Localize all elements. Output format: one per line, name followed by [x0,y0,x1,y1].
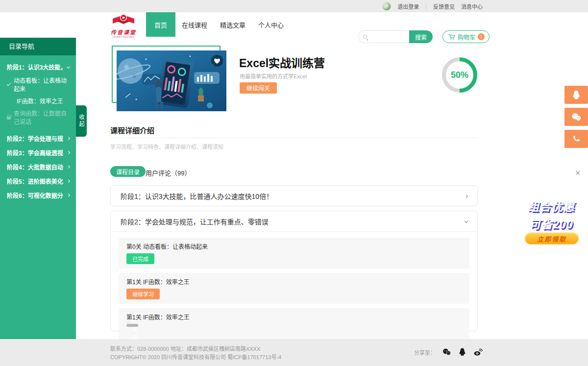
user-avatar[interactable] [382,2,391,11]
logout-link[interactable]: 退出登录 [397,2,419,10]
stage-2-accordion-header[interactable]: 阶段2：学会处理与规范，让工作有重点、零错误 [111,211,477,232]
sidebar-stage-list: 阶段1：认识3大技能，比普通人... 动态看板：让表格动起来 IF函数：效率之王… [0,55,76,202]
progress-ring: 50% [440,55,479,95]
nav-item-profile[interactable]: 个人中心 [252,12,290,37]
float-wechat-button[interactable] [564,108,588,126]
message-center-link[interactable]: 消息中心 [461,2,483,10]
status-badge-completed: 已完成 [126,253,154,264]
footer-info: 联系方式：028-0000000 地址：成都市武侯区槐树店南路XXXX COPY… [110,345,281,362]
promo-close-icon[interactable]: × [575,169,581,177]
float-phone-button[interactable] [564,130,588,148]
sidebar-stage-1[interactable]: 阶段1：认识3大技能，比普通人... [0,60,76,74]
qq-icon [571,90,582,100]
promo-claim-button[interactable]: 立即领取 [524,232,579,245]
sidebar-collapse-tab[interactable]: 收起 [76,105,87,137]
chevron-right-icon [465,194,468,197]
progress-percentage: 50% [440,55,479,95]
share-row: 分享至： [414,347,483,357]
course-illustration [117,50,226,111]
sidebar-lesson-if[interactable]: IF函数：效率之王 [0,95,76,107]
search-bar: 搜索 [358,30,433,43]
search-button[interactable]: 搜索 [409,30,433,43]
tab-course-catalog[interactable]: 课程目录 [110,166,146,177]
share-qq-icon[interactable] [458,347,467,357]
wechat-icon [570,112,582,122]
stage-1-accordion-header[interactable]: 阶段1：认识3大技能，比普通人办公速度快10倍！ [111,186,477,206]
top-strip-links: 退出登录 | 反馈意见 消息中心 [382,0,483,12]
lock-icon [7,117,11,120]
chevron-right-icon [67,151,70,154]
logo-caption: CHUANYINKETANG [106,36,141,38]
promo-line-1: 组合优惠 [528,197,575,214]
spacer [0,127,76,131]
sidebar-stage-3[interactable]: 阶段3：学会高级透视，拥有同时... [0,146,76,160]
main-navbar: 传音课堂 CHUANYINKETANG 首页 在线课程 精选文章 个人中心 搜索… [0,12,588,37]
chevron-right-icon [67,179,70,183]
sidebar-lesson-lookup[interactable]: 查询函数：让数据自己说话 [0,107,76,127]
stage-1-accordion: 阶段1：认识3大技能，比普通人办公速度快10倍！ [110,185,478,206]
sidebar-stage-2[interactable]: 阶段2：学会处理与规范，让工作... [0,131,76,146]
continue-challenge-button[interactable]: 继续闯关 [240,82,277,94]
nav-item-articles[interactable]: 精选文章 [214,12,252,37]
main-menu: 首页 在线课程 精选文章 个人中心 [146,12,290,37]
cart-count-badge: 1 [478,33,485,40]
page-footer: 联系方式：028-0000000 地址：成都市武侯区槐树店南路XXXX COPY… [0,339,588,366]
sidebar-stage-4[interactable]: 阶段4：大批数据自动统计分析，... [0,160,76,174]
footer-copyright: COPYRIGHT© 2020 四川传音课堂科技有限公司 蜀ICP备170177… [110,353,281,362]
chevron-right-icon [67,194,70,197]
status-badge-continue[interactable]: 继续学习 [126,289,160,299]
sidebar-stage-5[interactable]: 阶段5：进阶图表美化，让汇报一... [0,174,76,188]
sidebar-title: 目录导航 [0,38,76,55]
feedback-link[interactable]: 反馈意见 [433,2,455,10]
sidebar-stage-6[interactable]: 阶段6：可视化数据分析，帮老板... [0,188,76,202]
divider: | [425,3,427,9]
float-qq-button[interactable] [564,86,588,104]
course-cover-image[interactable] [117,50,226,111]
search-icon [363,35,367,39]
check-icon [7,81,11,85]
detail-summary-text: 学习流程、学习特色、课程详细介绍、课程须知 [110,143,223,150]
lesson-row-1[interactable]: 第1关 IF函数：效率之王 继续学习 [119,273,469,304]
chevron-down-icon [465,220,468,223]
tab-user-comments[interactable]: 用户评论（99） [146,168,191,177]
nav-item-courses[interactable]: 在线课程 [175,12,214,37]
site-logo[interactable]: 传音课堂 CHUANYINKETANG [104,14,143,38]
cart-icon [448,34,455,40]
share-label: 分享至： [414,348,436,356]
share-wechat-icon[interactable] [442,347,451,357]
footer-contact: 联系方式：028-0000000 地址：成都市武侯区槐树店南路XXXX [110,345,281,353]
favorite-heart-icon[interactable] [211,54,223,67]
chevron-right-icon [67,165,70,169]
search-input[interactable] [369,31,409,42]
phone-icon [571,134,581,144]
logo-icon [111,14,136,26]
detail-section-heading: 课程详细介绍 [110,125,154,135]
lesson-row-0[interactable]: 第0关 动态看板：让表格动起来 已完成 [119,238,469,268]
sidebar-lesson-dashboard[interactable]: 动态看板：让表格动起来 [0,74,76,95]
cart-button[interactable]: 购物车 1 [442,30,490,43]
chevron-down-icon [67,65,70,69]
catalog-sidebar: 目录导航 阶段1：认识3大技能，比普通人... 动态看板：让表格动起来 IF函数… [0,38,76,339]
share-weibo-icon[interactable] [473,347,483,357]
status-badge-locked: 未解锁 [126,324,138,327]
logo-title: 传音课堂 [104,28,143,36]
search-box [358,30,409,43]
divider [110,138,478,138]
cart-label: 购物车 [458,33,475,41]
nav-item-home[interactable]: 首页 [146,12,175,37]
promo-line-2: 可省200 [529,215,573,232]
top-strip: 退出登录 | 反馈意见 消息中心 [0,0,588,12]
chevron-right-icon [67,137,70,140]
stage-2-accordion: 阶段2：学会处理与规范，让工作有重点、零错误 第0关 动态看板：让表格动起来 已… [110,211,478,331]
course-subtitle: 用最简单实用的方式学Excel [240,72,307,80]
course-title: Excel实战训练营 [239,54,325,71]
